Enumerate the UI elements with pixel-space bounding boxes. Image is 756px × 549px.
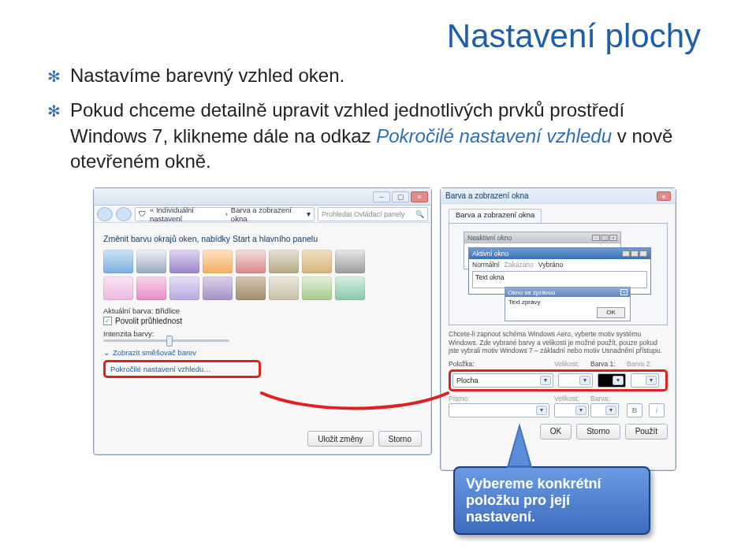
color-swatches: [103, 250, 422, 300]
shield-icon: 🛡: [139, 210, 147, 218]
swatch[interactable]: [335, 276, 365, 300]
item-dropdown[interactable]: Plocha▾: [452, 373, 553, 388]
swatch[interactable]: [335, 250, 365, 273]
swatch[interactable]: [136, 250, 166, 273]
color2-dropdown[interactable]: ▾: [631, 373, 659, 388]
close-icon[interactable]: ×: [657, 191, 671, 201]
color-mixer-link[interactable]: ⌄ Zobrazit směšovač barev: [103, 348, 422, 357]
back-button[interactable]: [97, 207, 113, 221]
font-label: Písmo:: [449, 395, 549, 402]
chevron-down-icon: ⌄: [103, 348, 110, 357]
swatch[interactable]: [269, 276, 299, 300]
font-color-label: Barva:: [590, 395, 622, 402]
swatch[interactable]: [302, 250, 332, 273]
bold-toggle[interactable]: B: [627, 403, 642, 417]
section-heading: Změnit barvu okrajů oken, nabídky Start …: [103, 234, 422, 243]
transparency-checkbox[interactable]: ✓: [103, 317, 112, 325]
preview-messagebox: Okno se zprávou× Text zprávy OK: [505, 287, 631, 321]
current-color-label: Aktuální barva: Břidlice: [103, 306, 422, 315]
item-label: Položka:: [449, 360, 549, 368]
titlebar: – ▢ ×: [94, 188, 431, 206]
connector-arrow: [260, 391, 449, 407]
search-input[interactable]: Prohledat Ovládací panely 🔍: [318, 207, 428, 221]
preview-menu-selected: Vybráno: [538, 261, 563, 269]
font-color-dropdown[interactable]: ▾: [590, 403, 619, 417]
swatch[interactable]: [269, 250, 299, 273]
advanced-appearance-link[interactable]: Pokročilé nastavení vzhledu…: [110, 365, 254, 373]
swatch[interactable]: [169, 276, 199, 300]
bullet-icon: ✻: [47, 66, 61, 88]
swatch[interactable]: [169, 250, 199, 273]
callout: Vybereme konkrétní položku pro její nast…: [453, 424, 690, 535]
bullet-1: Nastavíme barevný vzhled oken.: [70, 63, 694, 88]
preview-window-text: Text okna: [472, 271, 647, 288]
chevron-down-icon: ▾: [540, 376, 551, 385]
preview-area: Neaktivní okno –▢× Aktivní okno –▢× Norm…: [449, 223, 668, 325]
callout-arrow-icon: [507, 424, 532, 468]
window-color-appearance: – ▢ × 🛡 « Individuální nastavení › Barva…: [93, 187, 432, 455]
bullet-icon: ✻: [47, 101, 61, 174]
preview-ok-button: OK: [597, 307, 625, 318]
breadcrumb-part-a: « Individuální nastavení: [150, 206, 222, 223]
item-dropdown-highlight: Plocha▾ ▾ ▾ ▾: [449, 369, 668, 391]
size-label: Velikost:: [554, 360, 586, 368]
swatch[interactable]: [302, 276, 332, 300]
minimize-icon[interactable]: –: [373, 191, 390, 202]
swatch[interactable]: [203, 250, 233, 273]
aero-note: Chcete-li zapnout schéma Windows Aero, v…: [449, 330, 668, 355]
transparency-label: Povolit průhlednost: [115, 317, 182, 325]
slide-title: Nastavení plochy: [447, 17, 701, 55]
swatch[interactable]: [103, 276, 133, 300]
swatch[interactable]: [203, 276, 233, 300]
address-bar: 🛡 « Individuální nastavení › Barva a zob…: [94, 206, 431, 223]
color1-dropdown[interactable]: ▾: [598, 373, 626, 388]
cancel-button[interactable]: Storno: [378, 431, 422, 447]
maximize-icon[interactable]: ▢: [392, 191, 409, 202]
swatch[interactable]: [236, 250, 266, 273]
close-icon[interactable]: ×: [411, 191, 428, 202]
search-placeholder: Prohledat Ovládací panely: [322, 210, 405, 218]
callout-text: Vybereme konkrétní položku pro její nast…: [453, 466, 650, 535]
bullet-2-link-phrase: Pokročilé nastavení vzhledu: [376, 125, 612, 147]
breadcrumb-part-b: Barva a zobrazení okna: [231, 206, 304, 223]
titlebar: Barva a zobrazení okna ×: [441, 188, 676, 204]
swatch[interactable]: [103, 250, 133, 273]
tabstrip: Barva a zobrazení okna: [449, 209, 668, 223]
font-dropdown[interactable]: ▾: [449, 403, 549, 417]
swatch[interactable]: [236, 276, 266, 300]
preview-menu-disabled: Zakázáno: [504, 261, 533, 269]
search-icon: 🔍: [415, 210, 424, 218]
tab-color-appearance[interactable]: Barva a zobrazení okna: [449, 209, 542, 223]
intensity-slider[interactable]: [103, 339, 229, 342]
advanced-appearance-link-highlight: Pokročilé nastavení vzhledu…: [103, 360, 261, 378]
preview-menu-normal: Normální: [472, 261, 499, 269]
color1-label: Barva 1:: [590, 360, 622, 368]
bullets: ✻ Nastavíme barevný vzhled oken. ✻ Pokud…: [47, 63, 694, 184]
color2-label: Barva 2:: [627, 360, 658, 368]
save-button[interactable]: Uložit změny: [307, 431, 373, 447]
breadcrumb[interactable]: 🛡 « Individuální nastavení › Barva a zob…: [135, 207, 315, 221]
font-size-label: Velikost:: [554, 395, 586, 402]
bullet-2: Pokud chceme detailně upravit vzhled jed…: [70, 98, 694, 174]
italic-toggle[interactable]: I: [649, 403, 665, 417]
intensity-label: Intenzita barvy:: [103, 329, 422, 338]
size-spinner[interactable]: ▾: [558, 373, 593, 388]
forward-button[interactable]: [116, 207, 132, 221]
font-size-dropdown[interactable]: ▾: [554, 403, 589, 417]
swatch[interactable]: [136, 276, 166, 300]
